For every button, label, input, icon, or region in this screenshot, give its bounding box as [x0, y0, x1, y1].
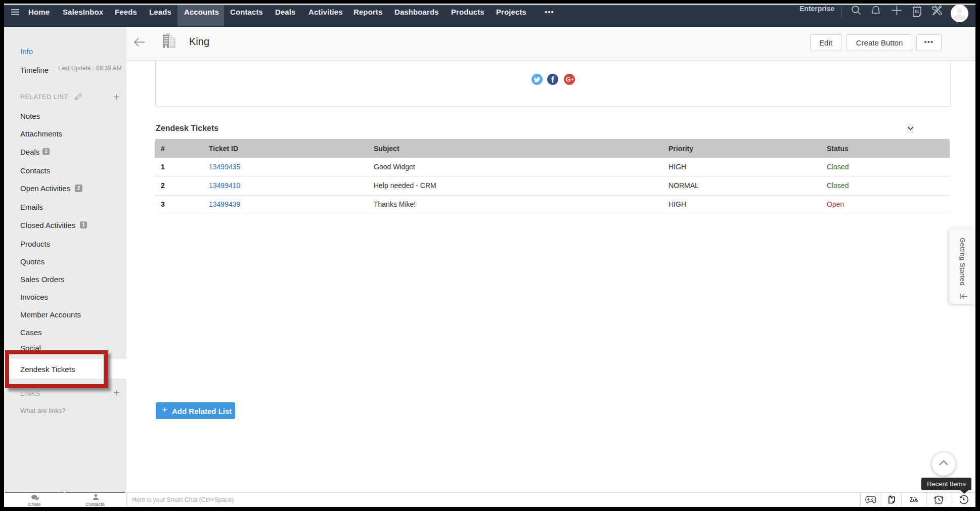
svg-text:31: 31: [915, 9, 919, 14]
